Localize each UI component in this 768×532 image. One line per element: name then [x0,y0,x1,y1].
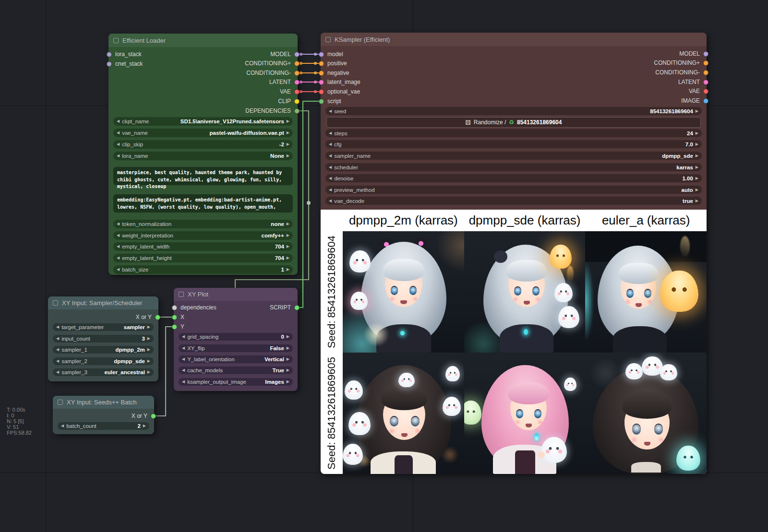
right-arrow-icon[interactable]: ▶ [696,142,698,146]
right-arrow-icon[interactable]: ▶ [287,142,289,146]
port-dot[interactable] [172,305,177,310]
left-arrow-icon[interactable]: ◀ [329,177,332,180]
widget-token-normalization[interactable]: ◀ token_normalization none ▶ [113,220,293,228]
output-port-x-or-y[interactable]: X or Y [132,412,156,420]
left-arrow-icon[interactable]: ◀ [117,142,120,146]
right-arrow-icon[interactable]: ▶ [147,359,150,363]
right-arrow-icon[interactable]: ▶ [696,131,698,135]
input-port-optional-vae[interactable]: optional_vae [319,88,360,95]
output-port-image[interactable]: IMAGE [681,97,708,105]
right-arrow-icon[interactable]: ▶ [147,337,150,341]
input-port-y[interactable]: Y [172,323,184,331]
left-arrow-icon[interactable]: ◀ [61,424,64,428]
right-arrow-icon[interactable]: ▶ [696,154,698,158]
left-arrow-icon[interactable]: ◀ [56,337,59,341]
left-arrow-icon[interactable]: ◀ [117,131,120,135]
widget-batch-size[interactable]: ◀ batch_size 1 ▶ [113,265,293,274]
right-arrow-icon[interactable]: ▶ [287,256,289,260]
output-port-x-or-y[interactable]: X or Y [136,313,160,321]
widget-seed[interactable]: ◀ seed 85413261869604 ▶ [325,107,702,115]
widget-target-parameter[interactable]: ◀ target_parameter sampler ▶ [53,323,154,331]
input-port-negative[interactable]: negative [319,69,349,77]
left-arrow-icon[interactable]: ◀ [329,166,332,169]
input-port-dependencies[interactable]: dependencies [172,304,216,311]
right-arrow-icon[interactable]: ▶ [287,154,289,158]
left-arrow-icon[interactable]: ◀ [117,119,120,123]
positive-prompt-textbox[interactable]: masterpiece, best quality, haunted theme… [113,167,293,185]
port-dot[interactable] [151,414,156,419]
left-arrow-icon[interactable]: ◀ [117,234,120,237]
output-port-conditioning-plus[interactable]: CONDITIONING+ [654,59,708,67]
left-arrow-icon[interactable]: ◀ [117,268,120,272]
right-arrow-icon[interactable]: ▶ [696,166,698,169]
left-arrow-icon[interactable]: ◀ [182,357,185,361]
output-port-model[interactable]: MODEL [679,50,708,58]
left-arrow-icon[interactable]: ◀ [56,370,59,374]
right-arrow-icon[interactable]: ▶ [696,109,698,113]
left-arrow-icon[interactable]: ◀ [117,222,120,226]
output-port-conditioning-minus[interactable]: CONDITIONING- [246,69,300,77]
widget-empty-latent-height[interactable]: ◀ empty_latent_height 704 ▶ [113,254,293,262]
left-arrow-icon[interactable]: ◀ [329,188,332,192]
left-arrow-icon[interactable]: ◀ [329,109,332,113]
port-dot[interactable] [172,324,177,330]
widget-sampler-3[interactable]: ◀ sampler_3 euler_ancestral ▶ [53,368,154,376]
widget-input-count[interactable]: ◀ input_count 3 ▶ [53,335,154,343]
collapse-box-icon[interactable] [53,300,58,306]
port-dot[interactable] [703,60,708,66]
output-port-latent[interactable]: LATENT [269,78,300,86]
output-port-clip[interactable]: CLIP [278,97,300,105]
widget-scheduler[interactable]: ◀ scheduler karras ▶ [325,163,702,171]
right-arrow-icon[interactable]: ▶ [287,119,289,123]
port-dot[interactable] [319,61,324,66]
left-arrow-icon[interactable]: ◀ [329,142,332,146]
node-xy-plot[interactable]: XY Plot dependencies X Y SCRIPT ◀ grid_s… [174,288,298,391]
left-arrow-icon[interactable]: ◀ [117,245,120,248]
output-port-script[interactable]: SCRIPT [270,304,300,311]
widget-y-label-orientation[interactable]: ◀ Y_label_orientation Vertical ▶ [179,355,293,363]
widget-lora-name[interactable]: ◀ lora_name None ▶ [113,152,293,160]
port-dot[interactable] [294,108,300,114]
node-ksampler-efficient[interactable]: KSampler (Efficient) model positive nega… [321,33,707,474]
widget-clip-skip[interactable]: ◀ clip_skip -2 ▶ [113,140,293,149]
output-port-conditioning-plus[interactable]: CONDITIONING+ [245,59,300,67]
widget-ckpt-name[interactable]: ◀ ckpt_name SD1.5\aniverse_V12Pruned.saf… [113,117,293,126]
right-arrow-icon[interactable]: ▶ [147,325,150,329]
left-arrow-icon[interactable]: ◀ [117,256,120,260]
right-arrow-icon[interactable]: ▶ [287,335,289,339]
port-dot[interactable] [294,71,300,76]
left-arrow-icon[interactable]: ◀ [56,359,59,363]
widget-sampler-2[interactable]: ◀ sampler_2 dpmpp_sde ▶ [53,357,154,365]
port-dot[interactable] [319,71,324,76]
left-arrow-icon[interactable]: ◀ [182,368,185,372]
left-arrow-icon[interactable]: ◀ [182,346,185,350]
port-dot[interactable] [294,99,300,104]
widget-steps[interactable]: ◀ steps 24 ▶ [325,129,702,137]
port-dot[interactable] [319,89,324,95]
collapse-box-icon[interactable] [58,400,63,405]
widget-cfg[interactable]: ◀ cfg 7.0 ▶ [325,140,702,148]
widget-vae-decode[interactable]: ◀ vae_decode true ▶ [325,197,702,205]
widget-grid-spacing[interactable]: ◀ grid_spacing 0 ▶ [179,333,293,341]
right-arrow-icon[interactable]: ▶ [287,222,289,226]
widget-ksampler-output-image[interactable]: ◀ ksampler_output_image Images ▶ [179,378,293,386]
right-arrow-icon[interactable]: ▶ [287,245,289,248]
port-dot[interactable] [107,61,112,67]
port-dot[interactable] [703,80,708,85]
widget-empty-latent-width[interactable]: ◀ empty_latent_width 704 ▶ [113,242,293,251]
input-port-x[interactable]: X [172,313,184,321]
node-xy-input-sampler[interactable]: XY Input: Sampler/Scheduler X or Y ◀ tar… [48,296,158,381]
widget-sampler-name[interactable]: ◀ sampler_name dpmpp_sde ▶ [325,152,702,160]
widget-xy-flip[interactable]: ◀ XY_flip False ▶ [179,344,293,352]
node-graph-canvas[interactable]: T: 0.00s I: 0 N: 5 [5] V: 51 FPS:58.82 E… [0,0,768,532]
right-arrow-icon[interactable]: ▶ [696,177,698,180]
input-port-positive[interactable]: positive [319,59,347,67]
output-port-latent[interactable]: LATENT [678,78,708,86]
input-port-lora-stack[interactable]: lora_stack [107,50,142,58]
output-port-vae[interactable]: VAE [280,88,300,95]
widget-preview-method[interactable]: ◀ preview_method auto ▶ [325,186,702,194]
port-dot[interactable] [294,89,300,95]
collapse-box-icon[interactable] [113,38,119,43]
port-dot[interactable] [294,52,300,57]
input-port-latent-image[interactable]: latent_image [319,78,360,86]
